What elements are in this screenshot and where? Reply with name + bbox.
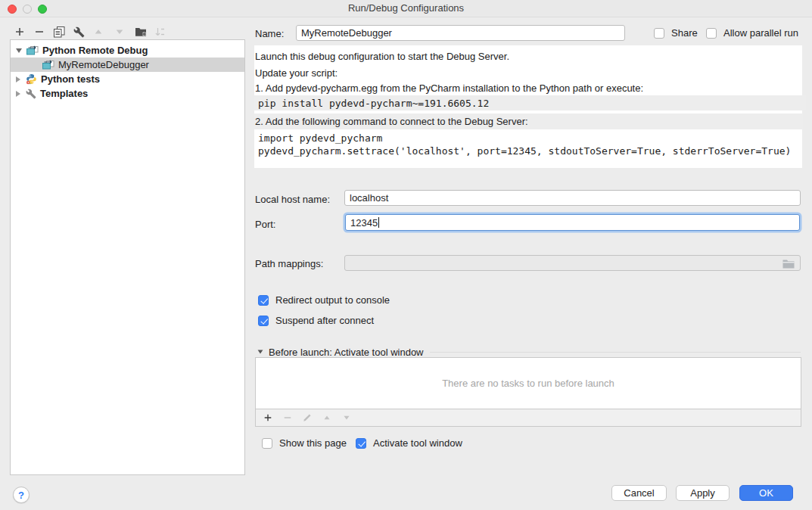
name-label: Name:: [255, 28, 284, 39]
name-input[interactable]: [296, 25, 625, 41]
tree-item-python-remote-debug[interactable]: Python Remote Debug: [11, 43, 244, 58]
share-checkbox-row[interactable]: Share: [654, 27, 698, 39]
settrace-code-line-2: pydevd_pycharm.settrace('localhost', por…: [258, 145, 802, 157]
chevron-collapsed-icon[interactable]: [16, 76, 20, 82]
edit-defaults-wrench-icon[interactable]: [73, 26, 85, 38]
settrace-code-line-1: import pydevd_pycharm: [258, 132, 802, 145]
new-folder-icon[interactable]: [135, 26, 147, 38]
remote-debug-config-icon: [26, 45, 39, 55]
divider: [430, 352, 801, 353]
title-bar: Run/Debug Configurations: [0, 0, 812, 17]
help-button[interactable]: ?: [13, 487, 30, 503]
cancel-button[interactable]: Cancel: [611, 485, 667, 501]
description-step-2-strip: 2. Add the following command to connect …: [254, 114, 803, 129]
share-label: Share: [671, 27, 698, 39]
run-debug-configurations-dialog: Run/Debug Configurations Python Remote D…: [0, 0, 812, 510]
port-input[interactable]: 12345: [345, 214, 800, 231]
remove-icon[interactable]: [282, 413, 292, 423]
wrench-icon: [26, 89, 36, 99]
redirect-output-checkbox-row[interactable]: Redirect output to console: [258, 294, 390, 306]
allow-parallel-run-label: Allow parallel run: [723, 27, 798, 39]
tree-item-python-tests[interactable]: Python tests: [11, 72, 244, 86]
python-tests-icon: [26, 73, 37, 85]
allow-parallel-run-checkbox[interactable]: [706, 28, 717, 39]
edit-pencil-icon[interactable]: [302, 413, 312, 423]
before-launch-toolbar: [255, 409, 801, 427]
description-line-1: Launch this debug configuration to start…: [255, 51, 509, 62]
show-this-page-checkbox-row[interactable]: Show this page: [262, 437, 347, 449]
add-icon[interactable]: [14, 26, 26, 38]
allow-parallel-run-checkbox-row[interactable]: Allow parallel run: [706, 27, 798, 39]
activate-tool-window-checkbox-row[interactable]: Activate tool window: [356, 437, 462, 449]
suspend-after-connect-checkbox[interactable]: [258, 316, 269, 326]
ok-button[interactable]: OK: [739, 485, 793, 501]
show-this-page-checkbox[interactable]: [262, 438, 272, 449]
before-launch-task-list: There are no tasks to run before launch: [255, 357, 801, 409]
folder-icon[interactable]: [782, 259, 795, 269]
question-mark-icon: ?: [18, 490, 24, 501]
remote-debug-config-icon: [42, 60, 54, 70]
suspend-after-connect-checkbox-row[interactable]: Suspend after connect: [258, 315, 374, 326]
chevron-expanded-icon[interactable]: [16, 48, 22, 53]
window-title: Run/Debug Configurations: [0, 2, 812, 14]
local-host-name-label: Local host name:: [255, 194, 330, 205]
text-caret: [378, 217, 379, 228]
description-line-2: Update your script:: [255, 67, 338, 79]
tree-item-label: Python Remote Debug: [42, 45, 148, 56]
move-up-icon[interactable]: [322, 413, 331, 423]
pip-install-code-block: pip install pydevd-pycharm~=191.6605.12: [254, 95, 806, 110]
path-mappings-label: Path mappings:: [255, 258, 323, 269]
remove-icon[interactable]: [33, 26, 45, 38]
before-launch-title: Before launch: Activate tool window: [269, 347, 424, 358]
apply-button[interactable]: Apply: [676, 485, 730, 501]
port-label: Port:: [255, 219, 275, 230]
description-step-1: 1. Add pydevd-pycharm.egg from the PyCha…: [255, 82, 643, 94]
add-icon[interactable]: [263, 413, 272, 423]
move-down-icon[interactable]: [114, 26, 126, 38]
description-step-2: 2. Add the following command to connect …: [255, 116, 528, 127]
tree-item-label: Python tests: [41, 73, 100, 85]
redirect-output-checkbox[interactable]: [258, 295, 269, 306]
redirect-output-label: Redirect output to console: [275, 294, 390, 306]
move-up-icon[interactable]: [92, 26, 104, 38]
tree-item-label: Templates: [40, 88, 88, 99]
port-value: 12345: [350, 217, 378, 229]
tree-item-label: MyRemoteDebugger: [58, 59, 149, 70]
suspend-after-connect-label: Suspend after connect: [275, 315, 374, 326]
local-host-name-input[interactable]: [344, 190, 801, 206]
settrace-code-block: import pydevd_pycharm pydevd_pycharm.set…: [254, 129, 802, 168]
copy-icon[interactable]: [53, 26, 65, 38]
path-mappings-input[interactable]: [344, 255, 801, 271]
chevron-collapsed-icon[interactable]: [16, 91, 20, 97]
sort-alphabetically-icon[interactable]: [154, 26, 166, 38]
before-launch-header[interactable]: Before launch: Activate tool window: [257, 346, 801, 358]
tree-item-myremotedebugger[interactable]: MyRemoteDebugger: [11, 58, 244, 72]
activate-tool-window-checkbox[interactable]: [356, 438, 366, 449]
activate-tool-window-label: Activate tool window: [373, 437, 462, 449]
configurations-tree: Python Remote Debug MyRemoteDebugger Pyt…: [10, 39, 245, 475]
share-checkbox[interactable]: [654, 28, 664, 39]
chevron-expanded-icon[interactable]: [258, 350, 263, 353]
tree-item-templates[interactable]: Templates: [11, 86, 244, 101]
show-this-page-label: Show this page: [279, 437, 347, 449]
empty-task-list-text: There are no tasks to run before launch: [442, 378, 614, 389]
move-down-icon[interactable]: [341, 413, 351, 423]
pip-install-code: pip install pydevd-pycharm~=191.6605.12: [258, 98, 489, 109]
